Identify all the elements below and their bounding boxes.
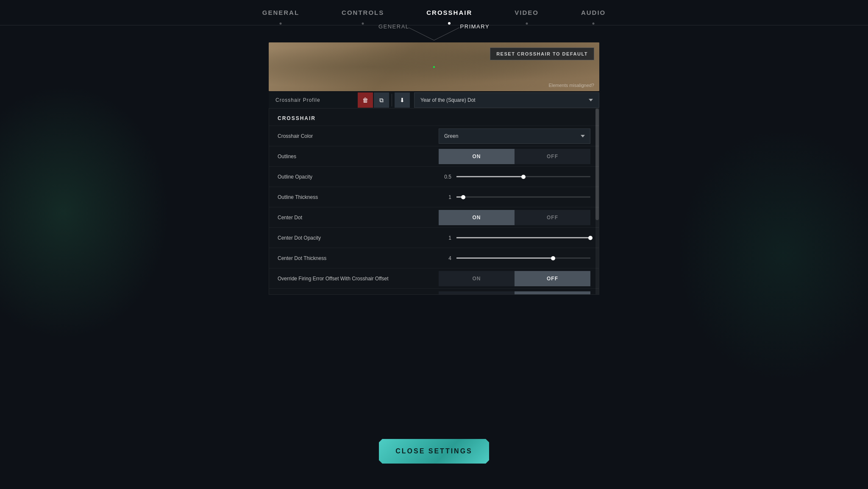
center-dot-toggle-group: On Off [439, 210, 590, 225]
override-firing-off-button[interactable]: Off [515, 271, 590, 286]
color-dropdown-chevron [581, 135, 585, 137]
outline-opacity-slider-container: 0.5 [439, 174, 590, 180]
profile-divider [392, 94, 392, 106]
override-all-toggle-group: On Off [439, 291, 590, 295]
outlines-off-button[interactable]: Off [515, 149, 590, 164]
elements-misaligned-link[interactable]: Elements misaligned? [548, 83, 594, 88]
center-dot-control: On Off [439, 210, 590, 225]
scrollbar-thumb [595, 109, 599, 220]
settings-panel: RESET CROSSHAIR TO DEFAULT Elements misa… [269, 42, 599, 295]
chevron-down-icon [589, 99, 593, 101]
copy-profile-button[interactable]: ⧉ [374, 92, 389, 108]
center-dot-thickness-thumb [551, 256, 555, 260]
center-dot-opacity-fill [456, 237, 590, 238]
outline-opacity-slider[interactable] [456, 176, 590, 177]
nav-item-crosshair[interactable]: CROSSHAIR [422, 9, 476, 16]
outlines-label: Outlines [278, 154, 439, 159]
reset-crosshair-button[interactable]: RESET CROSSHAIR TO DEFAULT [490, 48, 594, 60]
outlines-control: On Off [439, 149, 590, 164]
bg-decoration-left [0, 85, 170, 339]
bg-decoration-right [677, 127, 868, 382]
outline-opacity-fill [456, 176, 523, 177]
subnav-item-primary[interactable]: PRIMARY [460, 23, 490, 30]
setting-row-override-firing: Override Firing Error Offset With Crossh… [269, 268, 599, 288]
scrollbar[interactable] [595, 109, 599, 294]
setting-row-outline-opacity: Outline Opacity 0.5 [269, 166, 599, 187]
sub-nav: GENERAL PRIMARY [378, 23, 490, 30]
center-dot-on-button[interactable]: On [439, 210, 515, 225]
crosshair-preview-dot [433, 66, 435, 68]
setting-row-center-dot: Center Dot On Off [269, 207, 599, 227]
center-dot-thickness-slider[interactable] [456, 257, 590, 259]
center-dot-thickness-slider-container: 4 [439, 255, 590, 261]
center-dot-opacity-value: 1 [439, 235, 451, 241]
setting-row-outline-thickness: Outline Thickness 1 [269, 187, 599, 207]
nav-item-controls[interactable]: CONTROLS [337, 9, 388, 16]
outline-opacity-thumb [521, 175, 526, 179]
center-dot-opacity-label: Center Dot Opacity [278, 235, 439, 241]
crosshair-section-header: CROSSHAIR [269, 109, 599, 126]
outline-thickness-control: 1 [439, 194, 590, 200]
outline-thickness-slider-container: 1 [439, 194, 590, 200]
crosshair-profile-label: Crosshair Profile [269, 92, 353, 108]
nav-item-audio[interactable]: AUDIO [577, 9, 610, 16]
setting-row-override-all: Override All Primary Crosshairs With My … [269, 288, 599, 295]
center-dot-label: Center Dot [278, 215, 439, 221]
settings-content: CROSSHAIR Crosshair Color Green Outlines… [269, 108, 599, 295]
copy-icon: ⧉ [379, 97, 384, 104]
center-dot-opacity-slider-container: 1 [439, 235, 590, 241]
center-dot-opacity-control: 1 [439, 235, 590, 241]
delete-profile-button[interactable]: 🗑 [358, 92, 373, 108]
close-settings-button[interactable]: CLOSE SETTINGS [379, 439, 489, 464]
crosshair-color-control: Green [439, 129, 590, 144]
override-all-control: On Off [439, 291, 590, 295]
center-dot-off-button[interactable]: Off [515, 210, 590, 225]
trash-icon: 🗑 [362, 97, 368, 103]
outlines-on-button[interactable]: On [439, 149, 515, 164]
override-all-on-button[interactable]: On [439, 291, 515, 295]
setting-row-center-dot-opacity: Center Dot Opacity 1 [269, 227, 599, 248]
import-profile-button[interactable]: ⬇ [395, 92, 410, 108]
profile-selected-value: Year of the (Square) Dot [420, 97, 476, 103]
outline-thickness-value: 1 [439, 194, 451, 200]
override-firing-label: Override Firing Error Offset With Crossh… [278, 276, 439, 282]
crosshair-color-label: Crosshair Color [278, 133, 439, 139]
crosshair-profile-dropdown[interactable]: Year of the (Square) Dot [414, 92, 599, 108]
setting-row-center-dot-thickness: Center Dot Thickness 4 [269, 248, 599, 268]
outline-opacity-control: 0.5 [439, 174, 590, 180]
outline-thickness-thumb [461, 195, 465, 199]
crosshair-preview: RESET CROSSHAIR TO DEFAULT Elements misa… [269, 42, 599, 91]
center-dot-opacity-thumb [588, 236, 593, 240]
outline-thickness-label: Outline Thickness [278, 194, 439, 200]
top-nav: GENERAL CONTROLS CROSSHAIR VIDEO AUDIO [0, 0, 868, 25]
override-firing-control: On Off [439, 271, 590, 286]
center-dot-thickness-value: 4 [439, 255, 451, 261]
outline-thickness-slider[interactable] [456, 196, 590, 198]
override-all-off-button[interactable]: Off [515, 291, 590, 295]
center-dot-thickness-label: Center Dot Thickness [278, 255, 439, 261]
outlines-toggle-group: On Off [439, 149, 590, 164]
crosshair-color-value: Green [444, 133, 458, 139]
center-dot-thickness-control: 4 [439, 255, 590, 261]
nav-item-video[interactable]: VIDEO [510, 9, 543, 16]
subnav-item-general[interactable]: GENERAL [378, 23, 409, 30]
import-icon: ⬇ [400, 97, 405, 103]
crosshair-color-dropdown[interactable]: Green [439, 129, 590, 144]
override-firing-toggle-group: On Off [439, 271, 590, 286]
profile-icon-buttons: 🗑 ⧉ ⬇ [353, 92, 414, 108]
setting-row-outlines: Outlines On Off [269, 146, 599, 166]
center-dot-thickness-fill [456, 257, 553, 259]
nav-item-general[interactable]: GENERAL [258, 9, 303, 16]
center-dot-opacity-slider[interactable] [456, 237, 590, 238]
outline-opacity-label: Outline Opacity [278, 174, 439, 180]
setting-row-crosshair-color: Crosshair Color Green [269, 126, 599, 146]
override-firing-on-button[interactable]: On [439, 271, 515, 286]
outline-opacity-value: 0.5 [439, 174, 451, 180]
profile-row: Crosshair Profile 🗑 ⧉ ⬇ Year of the (Squ… [269, 92, 599, 108]
